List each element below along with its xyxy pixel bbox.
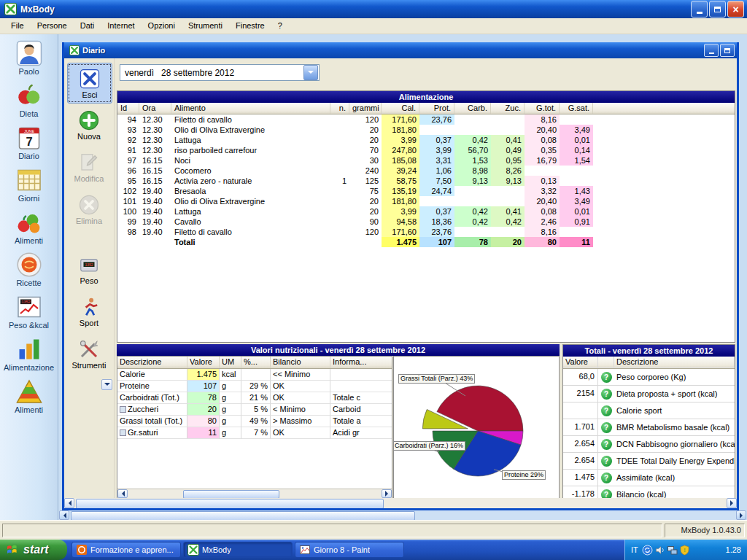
help-icon[interactable]: ? [601,472,612,483]
sidebar-item-diario[interactable]: JUNE7Diario [2,125,56,167]
combo-dropdown-button[interactable] [303,65,318,80]
valori-column-header-um[interactable]: UM [220,357,241,368]
food-row[interactable]: 9412.30Filetto di cavallo120171,6023,768… [117,114,735,125]
valori-column-header-valore[interactable]: Valore [187,357,220,368]
food-column-header-grammi[interactable]: grammi [349,103,382,114]
totali-row[interactable]: 2.654?TDEE Total Daily Energy Expendi [563,453,735,470]
menu-item-help[interactable]: ? [271,18,289,34]
toolbar-button-peso[interactable]: 1352Peso [67,249,111,289]
valori-row[interactable]: Calorie1.475kcal<< Minimo [117,369,392,381]
taskbar-task-formazione-e-appren[interactable]: Formazione e appren... [71,542,181,558]
totali-row[interactable]: 68,0?Peso corporeo (Kg) [563,369,735,386]
valori-hscrollbar[interactable] [117,489,392,498]
totali-row[interactable]: 2.654?DCN Fabbisogno giornaliero (kcal) [563,436,735,453]
mdi-hscrollbar[interactable] [59,510,746,520]
totali-row[interactable]: 1.701?BMR Metabolismo basale (kcal) [563,419,735,436]
food-column-header-id[interactable]: Id [117,103,139,114]
sidebar-item-alimentazione[interactable]: Alimentazione [2,336,56,378]
food-column-header-g-sat[interactable]: G.sat. [560,103,593,114]
valori-column-header-informa[interactable]: Informa... [330,357,392,368]
toolbar-button-nuova[interactable]: Nuova [67,105,111,144]
toolbar-scroll-down-button[interactable] [101,379,112,390]
food-row[interactable]: 9819.40Filetto di cavallo120171,6023,768… [117,227,735,237]
scroll-right-button[interactable] [727,498,737,508]
start-button[interactable]: start [0,540,67,560]
diario-hscrollbar[interactable] [64,498,737,508]
valori-row[interactable]: Carboidrati (Tot.)78g21 %OKTotale c [117,392,392,404]
menu-item-opzioni[interactable]: Opzioni [142,18,182,34]
valori-column-header-descrizione[interactable]: Descrizione [117,357,187,368]
toolbar-button-sport[interactable]: Sport [67,292,111,331]
food-column-header-prot[interactable]: Prot. [419,103,454,114]
food-row[interactable]: 10119.40Olio di Oliva Extravergine20181,… [117,196,735,206]
minimize-button[interactable] [691,1,708,18]
totali-row[interactable]: 1.475?Assimilate (kcal) [563,470,735,486]
valori-row[interactable]: Proteine107g29 %OK [117,381,392,392]
menu-item-dati[interactable]: Dati [74,18,101,34]
sidebar-item-peso-kcal[interactable]: 1352Peso &kcal [2,294,56,336]
security-shield-icon[interactable]: ! [679,545,690,556]
valori-row[interactable]: Zuccheri20g5 %< MinimoCarboid [117,404,392,416]
totali-row[interactable]: -1.178?Bilancio (kcal) [563,486,735,499]
food-row[interactable]: 10019.40Lattuga203,990,370,420,410,080,0… [117,206,735,217]
date-combobox[interactable]: venerdì 28 settembre 2012 [120,64,320,81]
totali-row[interactable]: 2154?Dieta proposta + sport (kcal) [563,386,735,402]
menu-item-finestre[interactable]: Finestre [229,18,271,34]
food-row[interactable]: 9312.30Olio di Oliva Extravergine20181,8… [117,125,735,135]
close-button[interactable]: × [727,1,744,18]
toolbar-button-esci[interactable]: Esci [67,63,112,104]
food-row[interactable]: 9716.15Noci30185,083,311,530,9516,791,54 [117,155,735,166]
language-indicator[interactable]: IT [631,545,638,554]
taskbar-task-mxbody[interactable]: MxBody [183,542,293,558]
help-icon[interactable]: ? [601,389,612,400]
food-column-header-zuc[interactable]: Zuc. [491,103,525,114]
valori-column-header-item[interactable]: %... [241,357,271,368]
sync-icon[interactable] [642,545,653,556]
food-column-header-cal[interactable]: Cal. [382,103,419,114]
volume-icon[interactable] [654,545,665,556]
food-row[interactable]: 10219.40Bresaola75135,1924,743,321,43 [117,186,735,196]
taskbar-task-giorno-8-paint[interactable]: Giorno 8 - Paint [295,542,404,558]
menu-item-internet[interactable]: Internet [101,18,141,34]
food-row[interactable]: 9919.40Cavallo9094,5818,360,420,422,460,… [117,217,735,227]
help-icon[interactable]: ? [601,456,612,467]
sidebar-item-ricette[interactable]: Ricette [2,252,56,294]
help-icon[interactable]: ? [601,405,612,416]
toolbar-button-strumenti[interactable]: Strumenti [67,334,111,373]
scroll-thumb[interactable] [76,499,384,508]
food-row[interactable]: 9212.30Lattuga203,990,370,420,410,080,01 [117,135,735,145]
food-row[interactable]: 9112.30riso parboiled carrefour70247,803… [117,145,735,155]
help-icon[interactable]: ? [601,422,612,433]
scroll-left-button[interactable] [59,510,69,520]
sidebar-item-dieta[interactable]: Dieta [2,82,56,125]
valori-column-header-bilancio[interactable]: Bilancio [271,357,330,368]
totali-column-header-descrizione[interactable]: Descrizione [614,357,735,368]
diario-minimize-button[interactable] [704,44,719,57]
menu-item-file[interactable]: File [4,18,31,34]
sidebar-item-alimenti[interactable]: Alimenti [2,378,56,421]
maximize-button[interactable] [709,1,726,18]
scroll-right-button[interactable] [382,489,392,498]
food-row[interactable]: 9516.15Activia zero - naturale112558,757… [117,176,735,186]
sidebar-item-giorni[interactable]: Giorni [2,167,56,209]
menu-item-persone[interactable]: Persone [31,18,74,34]
scroll-right-button[interactable] [736,510,746,520]
help-icon[interactable]: ? [601,489,612,499]
totali-row[interactable]: ?Calorie sport [563,402,735,419]
help-icon[interactable]: ? [601,372,612,383]
help-icon[interactable]: ? [601,439,612,450]
food-column-header-n[interactable]: n. [330,103,349,114]
food-column-header-carb[interactable]: Carb. [454,103,491,114]
totali-column-header-valore[interactable]: Valore [563,357,598,368]
network-icon[interactable] [667,545,678,556]
valori-row[interactable]: Gr.saturi11g7 %OKAcidi gr [117,427,392,439]
diario-maximize-button[interactable] [720,44,735,57]
food-column-header-g-tot[interactable]: G.tot. [525,103,560,114]
food-column-header-alimento[interactable]: Alimento [171,103,330,114]
scroll-left-button[interactable] [117,489,128,498]
sidebar-item-alimenti[interactable]: Alimenti [2,209,56,252]
food-row[interactable]: 9616.15Cocomero24039,241,068,988,26 [117,166,735,176]
clock[interactable]: 1.28 [726,545,741,554]
valori-row[interactable]: Grassi totali (Tot.)80g49 %> MassimoTota… [117,416,392,427]
scroll-left-button[interactable] [64,498,74,508]
